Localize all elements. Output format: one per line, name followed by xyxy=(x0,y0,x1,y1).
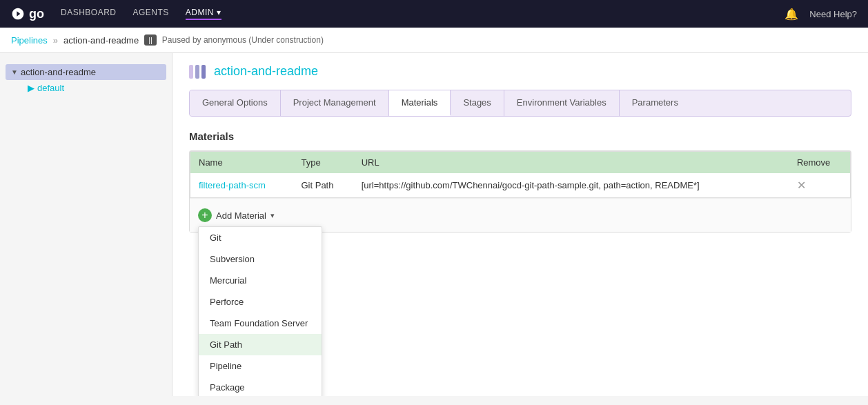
top-nav-right: 🔔 Need Help? xyxy=(785,8,857,21)
add-icon: + xyxy=(198,208,212,222)
icon-bar-2 xyxy=(195,65,199,79)
table-row: filtered-path-scm Git Path [url=https://… xyxy=(190,173,851,198)
pause-icon: || xyxy=(148,36,152,44)
pause-badge: || xyxy=(144,34,157,46)
material-name-cell: filtered-path-scm xyxy=(190,173,293,198)
nav-dashboard[interactable]: DASHBOARD xyxy=(61,8,117,20)
breadcrumb-current: action-and-readme xyxy=(63,35,139,46)
col-remove-header: Remove xyxy=(789,152,851,174)
need-help-link[interactable]: Need Help? xyxy=(809,9,857,19)
material-name-link[interactable]: filtered-path-scm xyxy=(199,180,266,190)
material-url-cell: [url=https://github.com/TWChennai/gocd-g… xyxy=(353,173,789,198)
main-layout: ▼ action-and-readme ▶ default action-and… xyxy=(0,53,868,396)
col-name-header: Name xyxy=(190,152,293,174)
paused-status-text: Paused by anonymous (Under construction) xyxy=(162,35,324,45)
icon-bar-3 xyxy=(201,65,206,79)
add-material-label: Add Material xyxy=(216,210,266,221)
pipeline-icon xyxy=(189,65,206,79)
col-type-header: Type xyxy=(293,152,353,174)
dropdown-arrow-icon: ▾ xyxy=(270,211,275,220)
icon-bar-1 xyxy=(189,65,193,79)
material-remove-cell: ✕ xyxy=(789,173,851,198)
top-navigation: go DASHBOARD AGENTS ADMIN ▾ 🔔 Need Help? xyxy=(0,0,868,28)
remove-icon[interactable]: ✕ xyxy=(797,179,806,191)
dropdown-item-mercurial[interactable]: Mercurial xyxy=(199,270,322,291)
tab-project-management[interactable]: Project Management xyxy=(281,90,389,116)
dropdown-item-subversion[interactable]: Subversion xyxy=(199,248,322,270)
materials-wrapper: Name Type URL Remove filtered-path-scm G… xyxy=(189,150,851,233)
nav-admin[interactable]: ADMIN ▾ xyxy=(186,8,221,20)
nav-agents[interactable]: AGENTS xyxy=(133,8,169,20)
sidebar-child-label: default xyxy=(37,83,64,93)
add-material-button[interactable]: + Add Material ▾ xyxy=(198,206,275,225)
breadcrumb-separator: » xyxy=(53,35,58,46)
tab-environment-variables[interactable]: Environment Variables xyxy=(504,90,620,116)
dropdown-item-git[interactable]: Git xyxy=(199,227,322,248)
expand-icon: ▼ xyxy=(11,68,18,76)
dropdown-item-perforce[interactable]: Perforce xyxy=(199,291,322,313)
tab-general-options[interactable]: General Options xyxy=(190,90,281,116)
collapse-icon: ▶ xyxy=(28,83,34,93)
add-material-row: + Add Material ▾ Git Subversion Mercuria… xyxy=(190,198,851,232)
tab-bar: General Options Project Management Mater… xyxy=(189,90,851,117)
materials-table: Name Type URL Remove filtered-path-scm G… xyxy=(190,151,851,198)
sidebar: ▼ action-and-readme ▶ default xyxy=(0,53,172,396)
material-type-cell: Git Path xyxy=(293,173,353,198)
tab-parameters[interactable]: Parameters xyxy=(620,90,691,116)
sidebar-item-default[interactable]: ▶ default xyxy=(22,80,166,96)
add-material-container: + Add Material ▾ Git Subversion Mercuria… xyxy=(198,206,842,225)
breadcrumb: Pipelines » action-and-readme || Paused … xyxy=(0,28,868,53)
col-url-header: URL xyxy=(353,152,789,174)
dropdown-item-team-foundation-server[interactable]: Team Foundation Server xyxy=(199,313,322,334)
logo[interactable]: go xyxy=(11,7,44,21)
section-title: Materials xyxy=(189,130,851,142)
dropdown-item-package[interactable]: Package xyxy=(199,377,322,396)
add-material-dropdown: Git Subversion Mercurial Perforce Team F… xyxy=(198,226,322,396)
nav-links: DASHBOARD AGENTS ADMIN ▾ xyxy=(61,8,785,20)
notification-bell-icon[interactable]: 🔔 xyxy=(785,8,798,21)
content-area: action-and-readme General Options Projec… xyxy=(172,53,868,396)
dropdown-item-pipeline[interactable]: Pipeline xyxy=(199,355,322,377)
sidebar-item-label: action-and-readme xyxy=(21,67,96,77)
chevron-down-icon: ▾ xyxy=(217,8,221,17)
tab-stages[interactable]: Stages xyxy=(451,90,504,116)
breadcrumb-pipelines-link[interactable]: Pipelines xyxy=(11,35,48,46)
sidebar-item-action-and-readme[interactable]: ▼ action-and-readme xyxy=(6,64,166,80)
dropdown-item-git-path[interactable]: Git Path xyxy=(199,334,322,355)
tab-materials[interactable]: Materials xyxy=(389,90,451,116)
pipeline-title-row: action-and-readme xyxy=(189,64,851,79)
materials-section: Materials Name Type URL Remove xyxy=(189,130,851,233)
pipeline-title: action-and-readme xyxy=(214,64,318,79)
